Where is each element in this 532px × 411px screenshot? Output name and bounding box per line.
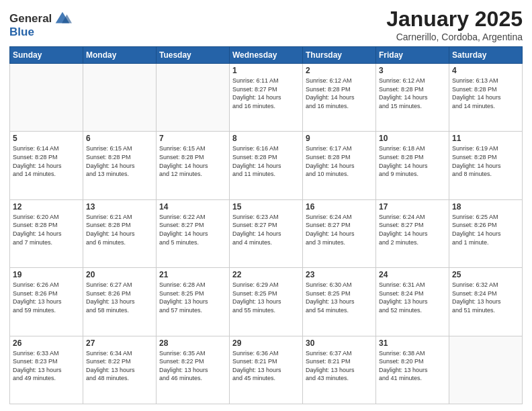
calendar-table: SundayMondayTuesdayWednesdayThursdayFrid… bbox=[9, 46, 523, 404]
day-number: 10 bbox=[379, 134, 446, 143]
day-number: 15 bbox=[232, 202, 300, 212]
week-row-0: 1Sunrise: 6:11 AM Sunset: 8:27 PM Daylig… bbox=[10, 64, 523, 132]
week-row-4: 26Sunrise: 6:33 AM Sunset: 8:23 PM Dayli… bbox=[10, 336, 523, 404]
day-info: Sunrise: 6:24 AM Sunset: 8:27 PM Dayligh… bbox=[306, 213, 373, 246]
weekday-header-sunday: Sunday bbox=[10, 47, 83, 64]
calendar-cell: 3Sunrise: 6:12 AM Sunset: 8:28 PM Daylig… bbox=[376, 64, 449, 132]
calendar-cell: 20Sunrise: 6:27 AM Sunset: 8:26 PM Dayli… bbox=[83, 268, 157, 336]
calendar-cell: 4Sunrise: 6:13 AM Sunset: 8:28 PM Daylig… bbox=[449, 64, 523, 132]
day-number: 8 bbox=[232, 134, 300, 143]
day-info: Sunrise: 6:12 AM Sunset: 8:28 PM Dayligh… bbox=[379, 77, 446, 110]
calendar-cell: 26Sunrise: 6:33 AM Sunset: 8:23 PM Dayli… bbox=[10, 336, 83, 404]
calendar-subtitle: Carnerillo, Cordoba, Argentina bbox=[386, 32, 523, 42]
day-number: 29 bbox=[232, 338, 300, 348]
weekday-header-monday: Monday bbox=[83, 47, 157, 64]
day-info: Sunrise: 6:24 AM Sunset: 8:27 PM Dayligh… bbox=[379, 213, 446, 246]
day-info: Sunrise: 6:22 AM Sunset: 8:27 PM Dayligh… bbox=[159, 213, 226, 246]
calendar-cell: 25Sunrise: 6:32 AM Sunset: 8:24 PM Dayli… bbox=[449, 268, 523, 336]
weekday-header-tuesday: Tuesday bbox=[157, 47, 230, 64]
day-number: 5 bbox=[13, 134, 80, 143]
calendar-cell: 28Sunrise: 6:35 AM Sunset: 8:22 PM Dayli… bbox=[157, 336, 230, 404]
logo-icon bbox=[53, 9, 72, 28]
day-info: Sunrise: 6:25 AM Sunset: 8:26 PM Dayligh… bbox=[452, 213, 519, 246]
day-info: Sunrise: 6:14 AM Sunset: 8:28 PM Dayligh… bbox=[13, 144, 80, 178]
day-info: Sunrise: 6:13 AM Sunset: 8:28 PM Dayligh… bbox=[452, 77, 519, 110]
day-info: Sunrise: 6:31 AM Sunset: 8:24 PM Dayligh… bbox=[379, 281, 446, 314]
weekday-header-row: SundayMondayTuesdayWednesdayThursdayFrid… bbox=[10, 47, 523, 64]
day-number: 26 bbox=[13, 338, 80, 348]
day-number: 2 bbox=[306, 66, 373, 75]
day-number: 13 bbox=[86, 202, 153, 212]
day-number: 19 bbox=[13, 270, 80, 279]
day-info: Sunrise: 6:15 AM Sunset: 8:28 PM Dayligh… bbox=[86, 144, 153, 178]
week-row-3: 19Sunrise: 6:26 AM Sunset: 8:26 PM Dayli… bbox=[10, 268, 523, 336]
calendar-cell: 10Sunrise: 6:18 AM Sunset: 8:28 PM Dayli… bbox=[376, 132, 449, 199]
weekday-header-friday: Friday bbox=[376, 47, 449, 64]
calendar-cell: 24Sunrise: 6:31 AM Sunset: 8:24 PM Dayli… bbox=[376, 268, 449, 336]
day-info: Sunrise: 6:23 AM Sunset: 8:27 PM Dayligh… bbox=[232, 213, 300, 246]
day-number: 6 bbox=[86, 134, 153, 143]
page: General Blue January 2025 Carnerillo, Co… bbox=[0, 0, 532, 411]
day-info: Sunrise: 6:28 AM Sunset: 8:25 PM Dayligh… bbox=[159, 281, 226, 314]
day-info: Sunrise: 6:33 AM Sunset: 8:23 PM Dayligh… bbox=[13, 349, 80, 383]
day-info: Sunrise: 6:12 AM Sunset: 8:28 PM Dayligh… bbox=[306, 77, 373, 110]
calendar-cell: 2Sunrise: 6:12 AM Sunset: 8:28 PM Daylig… bbox=[303, 64, 376, 132]
day-number: 31 bbox=[379, 338, 446, 348]
calendar-cell: 1Sunrise: 6:11 AM Sunset: 8:27 PM Daylig… bbox=[230, 64, 303, 132]
title-block: January 2025 Carnerillo, Cordoba, Argent… bbox=[386, 7, 523, 42]
week-row-2: 12Sunrise: 6:20 AM Sunset: 8:28 PM Dayli… bbox=[10, 199, 523, 267]
day-number: 18 bbox=[452, 202, 519, 212]
day-number: 21 bbox=[159, 270, 226, 279]
calendar-cell: 11Sunrise: 6:19 AM Sunset: 8:28 PM Dayli… bbox=[449, 132, 523, 199]
logo-general: General bbox=[9, 12, 52, 26]
calendar-cell: 18Sunrise: 6:25 AM Sunset: 8:26 PM Dayli… bbox=[449, 199, 523, 267]
day-info: Sunrise: 6:35 AM Sunset: 8:22 PM Dayligh… bbox=[159, 349, 226, 383]
calendar-cell bbox=[449, 336, 523, 404]
day-number: 20 bbox=[86, 270, 153, 279]
day-number: 1 bbox=[232, 66, 300, 75]
header: General Blue January 2025 Carnerillo, Co… bbox=[9, 7, 523, 42]
day-info: Sunrise: 6:18 AM Sunset: 8:28 PM Dayligh… bbox=[379, 144, 446, 178]
calendar-title: January 2025 bbox=[386, 7, 523, 32]
calendar-cell: 17Sunrise: 6:24 AM Sunset: 8:27 PM Dayli… bbox=[376, 199, 449, 267]
day-info: Sunrise: 6:17 AM Sunset: 8:28 PM Dayligh… bbox=[306, 144, 373, 178]
day-info: Sunrise: 6:15 AM Sunset: 8:28 PM Dayligh… bbox=[159, 144, 226, 178]
day-number: 14 bbox=[159, 202, 226, 212]
day-number: 12 bbox=[13, 202, 80, 212]
day-info: Sunrise: 6:30 AM Sunset: 8:25 PM Dayligh… bbox=[306, 281, 373, 314]
calendar-cell: 5Sunrise: 6:14 AM Sunset: 8:28 PM Daylig… bbox=[10, 132, 83, 199]
calendar-cell: 22Sunrise: 6:29 AM Sunset: 8:25 PM Dayli… bbox=[230, 268, 303, 336]
day-number: 24 bbox=[379, 270, 446, 279]
day-number: 30 bbox=[306, 338, 373, 348]
weekday-header-thursday: Thursday bbox=[303, 47, 376, 64]
day-info: Sunrise: 6:26 AM Sunset: 8:26 PM Dayligh… bbox=[13, 281, 80, 314]
calendar-cell: 12Sunrise: 6:20 AM Sunset: 8:28 PM Dayli… bbox=[10, 199, 83, 267]
calendar-cell: 9Sunrise: 6:17 AM Sunset: 8:28 PM Daylig… bbox=[303, 132, 376, 199]
day-number: 22 bbox=[232, 270, 300, 279]
day-info: Sunrise: 6:21 AM Sunset: 8:28 PM Dayligh… bbox=[86, 213, 153, 246]
calendar-cell: 21Sunrise: 6:28 AM Sunset: 8:25 PM Dayli… bbox=[157, 268, 230, 336]
calendar-cell: 6Sunrise: 6:15 AM Sunset: 8:28 PM Daylig… bbox=[83, 132, 157, 199]
calendar-cell: 15Sunrise: 6:23 AM Sunset: 8:27 PM Dayli… bbox=[230, 199, 303, 267]
calendar-cell: 7Sunrise: 6:15 AM Sunset: 8:28 PM Daylig… bbox=[157, 132, 230, 199]
day-info: Sunrise: 6:36 AM Sunset: 8:21 PM Dayligh… bbox=[232, 349, 300, 383]
day-info: Sunrise: 6:16 AM Sunset: 8:28 PM Dayligh… bbox=[232, 144, 300, 178]
day-number: 23 bbox=[306, 270, 373, 279]
calendar-cell: 14Sunrise: 6:22 AM Sunset: 8:27 PM Dayli… bbox=[157, 199, 230, 267]
calendar-cell bbox=[83, 64, 157, 132]
calendar-cell: 31Sunrise: 6:38 AM Sunset: 8:20 PM Dayli… bbox=[376, 336, 449, 404]
weekday-header-wednesday: Wednesday bbox=[230, 47, 303, 64]
day-number: 17 bbox=[379, 202, 446, 212]
calendar-cell: 8Sunrise: 6:16 AM Sunset: 8:28 PM Daylig… bbox=[230, 132, 303, 199]
day-number: 28 bbox=[159, 338, 226, 348]
day-info: Sunrise: 6:34 AM Sunset: 8:22 PM Dayligh… bbox=[86, 349, 153, 383]
calendar-cell: 27Sunrise: 6:34 AM Sunset: 8:22 PM Dayli… bbox=[83, 336, 157, 404]
calendar-cell: 19Sunrise: 6:26 AM Sunset: 8:26 PM Dayli… bbox=[10, 268, 83, 336]
calendar-cell: 16Sunrise: 6:24 AM Sunset: 8:27 PM Dayli… bbox=[303, 199, 376, 267]
day-number: 16 bbox=[306, 202, 373, 212]
week-row-1: 5Sunrise: 6:14 AM Sunset: 8:28 PM Daylig… bbox=[10, 132, 523, 199]
day-number: 11 bbox=[452, 134, 519, 143]
day-info: Sunrise: 6:29 AM Sunset: 8:25 PM Dayligh… bbox=[232, 281, 300, 314]
weekday-header-saturday: Saturday bbox=[449, 47, 523, 64]
day-number: 27 bbox=[86, 338, 153, 348]
